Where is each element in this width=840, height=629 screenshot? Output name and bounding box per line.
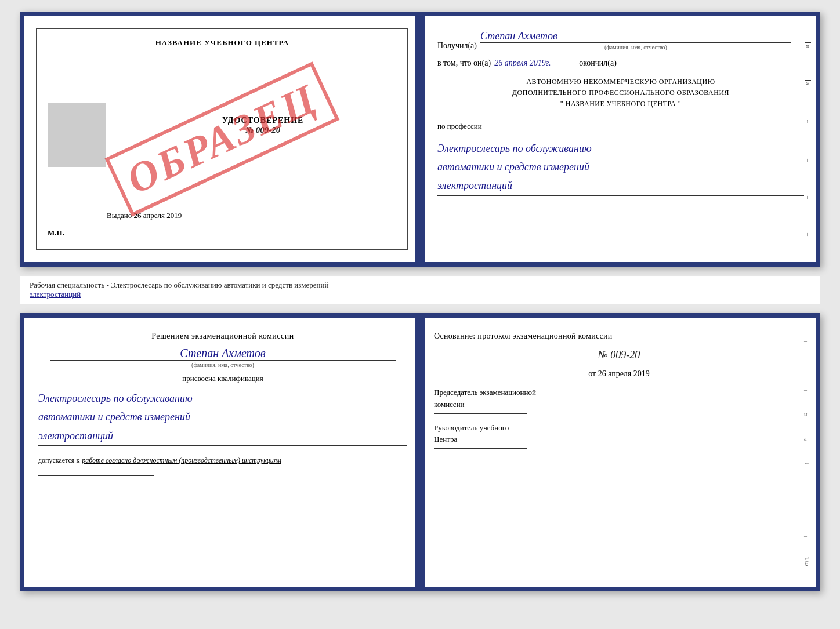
left-page-top: НАЗВАНИЕ УЧЕБНОГО ЦЕНТРА УДОСТОВЕРЕНИЕ №…	[24, 16, 420, 262]
dopuskaetsya-label: допускается к	[38, 456, 79, 465]
vydano-line: Выдано 26 апреля 2019	[107, 211, 182, 220]
rukovoditel-sig-line	[434, 448, 527, 449]
osnovanie-text: Основание: протокол экзаменационной коми…	[434, 332, 804, 341]
side-label-dash1: –	[805, 157, 811, 162]
okonchil-label: окончил(а)	[579, 59, 617, 68]
mark-dash2: –	[804, 362, 811, 369]
mark-dash5: –	[804, 508, 811, 515]
ot-label: от	[588, 369, 596, 378]
org-line3: " НАЗВАНИЕ УЧЕБНОГО ЦЕНТРА "	[437, 99, 804, 110]
photo-placeholder	[48, 103, 106, 167]
side-labels-top: и а ← – – –	[805, 28, 811, 250]
recipient-block-bottom: Степан Ахметов (фамилия, имя, отчество)	[38, 347, 407, 368]
mark-dash1: –	[804, 338, 811, 344]
right-side-marks: – – – и а ← – – – Tto	[804, 329, 811, 575]
fio-hint-top: (фамилия, имя, отчество)	[480, 44, 791, 50]
profession-top: Электрослесарь по обслуживанию автоматик…	[437, 139, 804, 196]
bottom-doc-spine	[415, 318, 425, 587]
org-line2: ДОПОЛНИТЕЛЬНОГО ПРОФЕССИОНАЛЬНОГО ОБРАЗО…	[437, 88, 804, 99]
profession-line2: автоматики и средств измерений	[437, 158, 804, 176]
bottom-right-page: Основание: протокол экзаменационной коми…	[420, 318, 816, 587]
vtom-row: в том, что он(а) 26 апреля 2019г. окончи…	[437, 59, 804, 68]
mark-i: и	[804, 411, 811, 417]
org-line1: АВТОНОМНУЮ НЕКОММЕРЧЕСКУЮ ОРГАНИЗАЦИЮ	[437, 77, 804, 88]
right-page-top: Получил(a) Степан Ахметов (фамилия, имя,…	[420, 16, 816, 262]
vydano-date: 26 апреля 2019	[134, 211, 182, 220]
side-label-dash3: –	[805, 231, 811, 236]
certificate-number: № 009-20	[222, 125, 303, 135]
mark-dash6: –	[804, 533, 811, 539]
mark-arrow: ←	[804, 460, 811, 466]
profession-line1: Электрослесарь по обслуживанию	[437, 139, 804, 158]
side-label-dash2: –	[805, 194, 811, 199]
kvalif-line1: Электрослесарь по обслуживанию	[38, 389, 407, 408]
left-page-inner: НАЗВАНИЕ УЧЕБНОГО ЦЕНТРА УДОСТОВЕРЕНИЕ №…	[36, 28, 408, 250]
vtom-date: 26 апреля 2019г.	[494, 59, 575, 68]
kvalif-text: Электрослесарь по обслуживанию автоматик…	[38, 389, 407, 446]
certificate-title: УДОСТОВЕРЕНИЕ	[222, 116, 303, 125]
predsedatel-line2: комиссии	[434, 399, 804, 411]
side-label-a: а	[805, 80, 811, 85]
dopuskaetsya-row: допускается к работе согласно должностны…	[38, 456, 407, 465]
kvalif-line2: автоматики и средств измерений	[38, 408, 407, 426]
ot-date-value: 26 апреля 2019	[598, 369, 650, 378]
rukovoditel-line1: Руководитель учебного	[434, 422, 804, 434]
vydano-label: Выдано	[107, 211, 132, 220]
rukovoditel-line2: Центра	[434, 434, 804, 446]
bottom-left-page: Решением экзаменационной комиссии Степан…	[24, 318, 420, 587]
signature-line-bottom	[38, 475, 154, 476]
obrazec-stamp: ОБРАЗЕЦ	[104, 61, 339, 217]
tto-mark: Tto	[804, 557, 811, 566]
kvalif-line3: электростанций	[38, 427, 407, 445]
caption-text: Рабочая специальность - Электрослесарь п…	[30, 281, 328, 289]
side-label-arrow: ←	[805, 117, 811, 125]
caption-area: Рабочая специальность - Электрослесарь п…	[20, 276, 820, 304]
top-document: НАЗВАНИЕ УЧЕБНОГО ЦЕНТРА УДОСТОВЕРЕНИЕ №…	[20, 12, 820, 267]
ot-date-bottom: от 26 апреля 2019	[434, 369, 804, 379]
mark-dash3: –	[804, 387, 811, 393]
org-block: АВТОНОМНУЮ НЕКОММЕРЧЕСКУЮ ОРГАНИЗАЦИЮ ДО…	[437, 77, 804, 110]
recipient-name-top: Степан Ахметов	[480, 30, 791, 43]
poluchil-label: Получил(a)	[437, 41, 477, 50]
predsedatel-block: Председатель экзаменационной комиссии	[434, 387, 804, 414]
nomer-bottom: № 009-20	[434, 349, 804, 361]
po-professii-label: по профессии	[437, 122, 804, 131]
caption-text2: электростанций	[30, 290, 81, 299]
bottom-document: Решением экзаменационной комиссии Степан…	[20, 313, 820, 591]
prisvoena-text: присвоена квалификация	[38, 374, 407, 383]
predsedatel-sig-line	[434, 413, 527, 414]
mark-dash4: –	[804, 484, 811, 490]
rukovoditel-block: Руководитель учебного Центра	[434, 422, 804, 449]
mp-label: М.П.	[48, 228, 64, 238]
resheniem-text: Решением экзаменационной комиссии	[38, 332, 407, 341]
dopusk-text: работе согласно должностным (производств…	[82, 456, 281, 465]
vtom-text: в том, что он(а)	[437, 59, 491, 68]
profession-line3: электростанций	[437, 176, 804, 195]
mark-a: а	[804, 435, 811, 442]
recipient-name-bottom: Степан Ахметов	[50, 347, 396, 361]
certificate-block: УДОСТОВЕРЕНИЕ № 009-20	[222, 116, 303, 135]
poluchil-row: Получил(a) Степан Ахметов (фамилия, имя,…	[437, 30, 804, 50]
side-label-i: и	[805, 42, 811, 48]
school-name-top: НАЗВАНИЕ УЧЕБНОГО ЦЕНТРА	[155, 38, 289, 48]
predsedatel-line1: Председатель экзаменационной	[434, 387, 804, 399]
doc-spine	[415, 16, 425, 262]
fio-hint-bottom: (фамилия, имя, отчество)	[38, 362, 407, 368]
